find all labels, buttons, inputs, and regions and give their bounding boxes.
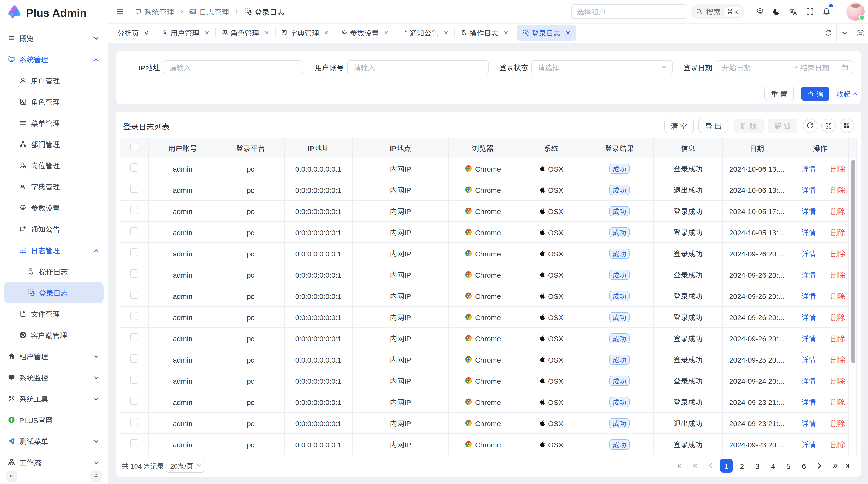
svg-text:DEV: DEV — [21, 249, 26, 252]
svg-text:DEV: DEV — [190, 10, 195, 13]
